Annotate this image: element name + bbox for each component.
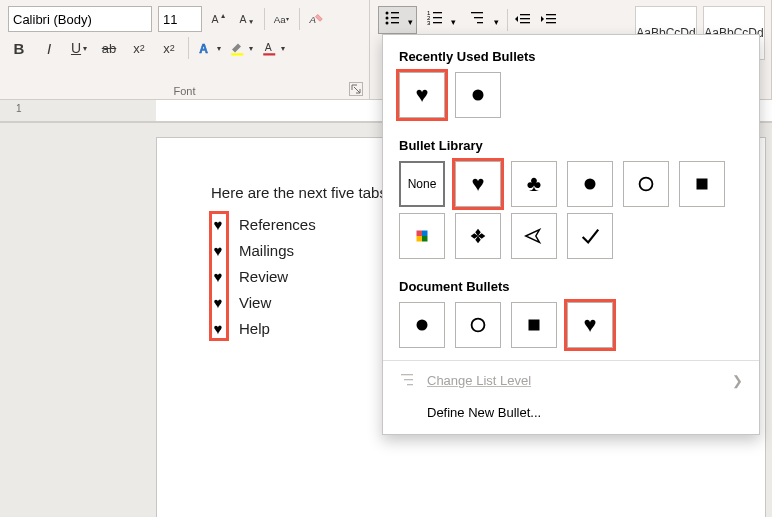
highlight-button[interactable]: ▾	[229, 36, 253, 60]
svg-rect-27	[520, 18, 530, 19]
svg-rect-45	[407, 384, 413, 385]
svg-text:▼: ▼	[248, 18, 255, 25]
svg-rect-42	[529, 320, 540, 331]
bullet-swatch-club[interactable]: ♣	[511, 161, 557, 207]
change-list-level-label: Change List Level	[427, 373, 531, 388]
svg-rect-38	[417, 236, 423, 242]
multilevel-list-split-button[interactable]: ▾	[464, 6, 503, 34]
bullet-swatch-square[interactable]	[511, 302, 557, 348]
chevron-right-icon: ❯	[732, 373, 743, 388]
list-item-label: Review	[239, 268, 288, 285]
font-color-button[interactable]: A▾	[261, 36, 285, 60]
ruler-margin-shade	[0, 100, 156, 121]
font-name-combo[interactable]	[8, 6, 152, 32]
svg-rect-23	[471, 12, 483, 13]
svg-point-33	[585, 179, 596, 190]
svg-point-15	[386, 22, 389, 25]
bullet-swatch-circle[interactable]	[455, 302, 501, 348]
clear-formatting-button[interactable]: A	[306, 7, 328, 31]
bold-button[interactable]: B	[8, 36, 30, 60]
bullets-split-button[interactable]: ▾	[378, 6, 417, 34]
svg-rect-25	[477, 22, 483, 23]
italic-button[interactable]: I	[38, 36, 60, 60]
svg-text:Aa: Aa	[274, 14, 287, 25]
subscript-button[interactable]: x2	[128, 36, 150, 60]
svg-text:A: A	[240, 13, 247, 25]
text-effects-button[interactable]: A▾	[197, 36, 221, 60]
svg-rect-20	[433, 17, 442, 18]
heart-icon: ♥	[211, 216, 225, 233]
svg-rect-31	[546, 22, 556, 23]
list-item-label: View	[239, 294, 271, 311]
svg-rect-30	[546, 18, 556, 19]
numbering-split-button[interactable]: 123 ▾	[421, 6, 460, 34]
svg-rect-43	[401, 374, 413, 375]
font-group: A▲ A▼ Aa▾ A B I U▾ ab x2 x2 A▾ ▾ A▾ Font	[0, 0, 370, 100]
heart-icon: ♥	[211, 320, 225, 337]
separator	[299, 8, 300, 30]
svg-point-13	[386, 17, 389, 20]
strikethrough-button[interactable]: ab	[98, 36, 120, 60]
bullet-swatch-disc[interactable]	[455, 72, 501, 118]
heart-icon: ♥	[211, 242, 225, 259]
increase-indent-button[interactable]	[538, 8, 560, 32]
svg-text:A: A	[265, 41, 272, 53]
svg-rect-36	[417, 231, 423, 237]
underline-button[interactable]: U▾	[68, 36, 90, 60]
change-case-button[interactable]: Aa▾	[271, 7, 293, 31]
svg-point-41	[472, 319, 485, 332]
decrease-font-size-button[interactable]: A▼	[236, 7, 258, 31]
define-new-bullet-menuitem[interactable]: Define New Bullet...	[383, 397, 759, 428]
svg-rect-18	[433, 12, 442, 13]
svg-rect-10	[263, 53, 275, 55]
define-new-bullet-label: Define New Bullet...	[427, 405, 541, 420]
svg-text:A: A	[212, 13, 219, 25]
bullet-swatch-arrow[interactable]	[511, 213, 557, 259]
svg-rect-16	[391, 22, 399, 23]
svg-rect-39	[422, 236, 428, 242]
superscript-button[interactable]: x2	[158, 36, 180, 60]
heart-icon: ♥	[211, 294, 225, 311]
svg-point-11	[386, 12, 389, 15]
bullet-swatch-4color[interactable]	[399, 213, 445, 259]
bullet-swatch-circle[interactable]	[623, 161, 669, 207]
separator	[264, 8, 265, 30]
font-dialog-launcher[interactable]	[349, 82, 363, 96]
bullet-swatch-4diamond[interactable]	[455, 213, 501, 259]
increase-font-size-button[interactable]: A▲	[208, 7, 230, 31]
svg-rect-37	[422, 231, 428, 237]
svg-rect-35	[697, 179, 708, 190]
recent-bullets-title: Recently Used Bullets	[383, 35, 759, 72]
document-bullets-title: Document Bullets	[383, 265, 759, 302]
bullet-swatch-disc[interactable]	[567, 161, 613, 207]
list-item-label: Help	[239, 320, 270, 337]
font-size-combo[interactable]	[158, 6, 202, 32]
separator	[507, 9, 508, 31]
decrease-indent-button[interactable]	[512, 8, 534, 32]
change-level-icon	[399, 371, 417, 389]
svg-rect-26	[520, 14, 530, 15]
svg-text:A: A	[309, 14, 317, 25]
svg-text:▾: ▾	[286, 16, 289, 22]
svg-rect-22	[433, 22, 442, 23]
bullet-swatch-check[interactable]	[567, 213, 613, 259]
svg-rect-12	[391, 12, 399, 13]
bullet-swatch-disc[interactable]	[399, 302, 445, 348]
svg-point-32	[473, 90, 484, 101]
svg-rect-24	[474, 17, 483, 18]
bullet-swatch-none[interactable]: None	[399, 161, 445, 207]
bullet-swatch-heart[interactable]: ♥	[399, 72, 445, 118]
list-item-label: References	[239, 216, 316, 233]
list-item-label: Mailings	[239, 242, 294, 259]
svg-rect-44	[404, 379, 413, 380]
svg-point-40	[417, 320, 428, 331]
font-group-label: Font	[0, 85, 369, 97]
separator	[188, 37, 189, 59]
bullet-swatch-heart[interactable]: ♥	[567, 302, 613, 348]
bullet-swatch-heart[interactable]: ♥	[455, 161, 501, 207]
change-list-level-menuitem: Change List Level ❯	[383, 363, 759, 397]
svg-rect-29	[546, 14, 556, 15]
svg-rect-8	[231, 53, 243, 55]
bullet-library-title: Bullet Library	[383, 124, 759, 161]
bullet-swatch-square[interactable]	[679, 161, 725, 207]
